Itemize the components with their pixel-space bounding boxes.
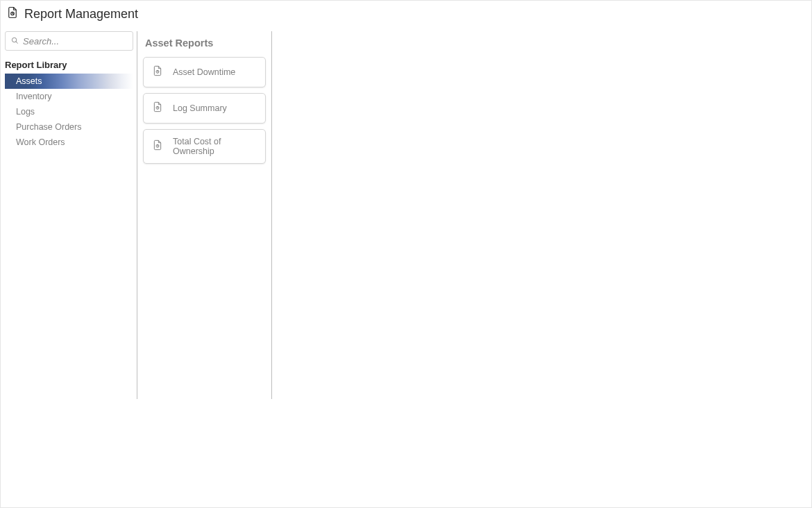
sidebar-item-work-orders[interactable]: Work Orders <box>5 135 133 150</box>
sidebar: Report Library Assets Inventory Logs Pur… <box>5 31 137 508</box>
report-card-asset-downtime[interactable]: Asset Downtime <box>143 57 266 87</box>
reports-panel-title: Asset Reports <box>143 31 266 57</box>
svg-point-1 <box>12 37 16 42</box>
report-doc-icon <box>152 65 163 80</box>
main-detail-area <box>272 31 811 508</box>
search-container <box>5 31 133 56</box>
svg-line-2 <box>16 42 18 44</box>
sidebar-section-label: Report Library <box>5 56 133 74</box>
report-doc-icon <box>152 101 163 116</box>
search-input[interactable] <box>23 36 127 46</box>
sidebar-nav-list: Assets Inventory Logs Purchase Orders Wo… <box>5 74 133 150</box>
sidebar-item-purchase-orders[interactable]: Purchase Orders <box>5 119 133 135</box>
report-card-label: Total Cost of Ownership <box>173 137 257 156</box>
report-card-total-cost-ownership[interactable]: Total Cost of Ownership <box>143 129 266 164</box>
content-area: Report Library Assets Inventory Logs Pur… <box>1 27 811 508</box>
reports-panel: Asset Reports Asset Downtime <box>137 31 272 399</box>
report-doc-icon <box>152 139 163 154</box>
search-icon <box>11 35 19 47</box>
report-card-label: Asset Downtime <box>173 67 235 77</box>
sidebar-item-logs[interactable]: Logs <box>5 104 133 119</box>
report-file-icon <box>6 6 19 22</box>
sidebar-item-assets[interactable]: Assets <box>5 74 133 89</box>
page-title: Report Management <box>24 7 138 22</box>
sidebar-item-inventory[interactable]: Inventory <box>5 89 133 104</box>
report-card-label: Log Summary <box>173 103 227 113</box>
search-box[interactable] <box>5 31 133 51</box>
report-card-log-summary[interactable]: Log Summary <box>143 93 266 124</box>
page-header: Report Management <box>1 1 811 27</box>
